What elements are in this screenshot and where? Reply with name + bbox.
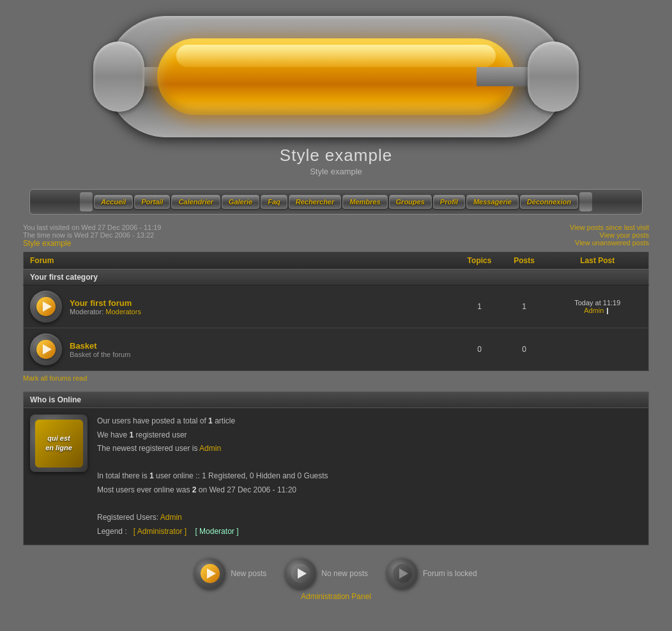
forum-moderator-first: Moderator: Moderators bbox=[70, 308, 141, 316]
registered-user-link[interactable]: Admin bbox=[160, 513, 182, 522]
nav-end-right bbox=[579, 192, 592, 211]
view-posts-since-link[interactable]: View posts since last visit bbox=[570, 224, 649, 231]
site-subtitle: Style example bbox=[310, 167, 362, 176]
nav-accueil[interactable]: Accueil bbox=[94, 195, 133, 209]
forum-name-first: Your first forum bbox=[70, 298, 141, 308]
footer-no-new-posts: No new posts bbox=[286, 558, 368, 589]
admin-panel-link[interactable]: Administration Panel bbox=[301, 592, 371, 601]
forum-cell-first: Your first forum Moderator: Moderators bbox=[24, 285, 457, 328]
nav-faq[interactable]: Faq bbox=[261, 195, 287, 209]
no-new-posts-label: No new posts bbox=[321, 569, 368, 578]
play-icon-first bbox=[43, 301, 52, 312]
moderator-link-first[interactable]: Moderators bbox=[105, 308, 141, 316]
who-online-text: Our users have posted a total of 1 artic… bbox=[97, 414, 328, 538]
new-posts-icon-btn bbox=[195, 558, 225, 589]
col-topics-header: Topics bbox=[457, 252, 502, 270]
who-max-online: Most users ever online was 2 on Wed 27 D… bbox=[97, 483, 328, 498]
col-posts-header: Posts bbox=[502, 252, 547, 270]
forum-name-basket: Basket bbox=[70, 341, 130, 351]
logo-inner bbox=[157, 38, 515, 115]
topics-cell-basket: 0 bbox=[457, 328, 502, 371]
col-lastpost-header: Last Post bbox=[547, 252, 649, 270]
current-time-text: The time now is Wed 27 Dec 2006 - 13:22 bbox=[23, 231, 161, 239]
who-stat-2: We have 1 registered user bbox=[97, 429, 328, 443]
view-unanswered-link[interactable]: View unanswered posts bbox=[575, 239, 649, 247]
no-new-posts-play-icon bbox=[298, 568, 307, 579]
legend-admin: [ Administrator ] bbox=[134, 527, 187, 536]
main-content: You last visited on Wed 27 Dec 2006 - 11… bbox=[23, 221, 649, 614]
who-stat-1: Our users have posted a total of 1 artic… bbox=[97, 414, 328, 429]
style-example-link[interactable]: Style example bbox=[23, 239, 71, 248]
cursor-icon-first bbox=[607, 308, 611, 314]
legend-mod: [ Moderator ] bbox=[195, 527, 238, 536]
logo-side-right bbox=[528, 42, 579, 112]
logo-connector-right bbox=[477, 67, 528, 86]
nav-portail[interactable]: Portail bbox=[134, 195, 170, 209]
who-online-icon: qui esten ligne bbox=[30, 414, 88, 472]
lastpost-user-first[interactable]: Admin bbox=[584, 307, 604, 314]
who-online-body: qui esten ligne Our users have posted a … bbox=[24, 408, 648, 545]
forum-table: Forum Topics Posts Last Post Your first … bbox=[23, 252, 649, 371]
logo-side-left bbox=[93, 42, 144, 112]
info-bar: You last visited on Wed 27 Dec 2006 - 11… bbox=[23, 221, 649, 249]
forum-icon-inner-basket bbox=[36, 340, 56, 359]
posts-cell-first: 1 bbox=[502, 285, 547, 328]
footer-locked: Forum is locked bbox=[387, 558, 477, 589]
footer-new-posts: New posts bbox=[195, 558, 266, 589]
mark-read: Mark all forums read bbox=[23, 371, 649, 385]
new-posts-play-icon bbox=[207, 568, 216, 579]
nav-deconnexion[interactable]: Déconnexion bbox=[520, 195, 578, 209]
nav-end-left bbox=[80, 192, 93, 211]
locked-label: Forum is locked bbox=[423, 569, 477, 578]
view-your-posts-link[interactable]: View your posts bbox=[600, 231, 649, 239]
locked-icon-btn bbox=[387, 558, 418, 589]
who-online-icon-inner: qui esten ligne bbox=[35, 420, 83, 468]
logo-outer bbox=[106, 16, 566, 137]
table-row: Basket Basket of the forum 0 0 bbox=[24, 328, 649, 371]
nav-groupes[interactable]: Groupes bbox=[389, 195, 432, 209]
new-posts-label: New posts bbox=[231, 569, 266, 578]
col-forum-header: Forum bbox=[24, 252, 457, 270]
play-icon-basket bbox=[43, 344, 52, 354]
who-registered: Registered Users: Admin bbox=[97, 511, 328, 525]
footer-icons: New posts No new posts Forum is locked bbox=[23, 545, 649, 592]
newest-user-link[interactable]: Admin bbox=[199, 444, 221, 453]
forum-info-basket: Basket Basket of the forum bbox=[70, 341, 130, 358]
info-left: You last visited on Wed 27 Dec 2006 - 11… bbox=[23, 224, 161, 248]
lastpost-cell-first: Today at 11:19 Admin bbox=[547, 285, 649, 328]
no-new-posts-icon-btn bbox=[286, 558, 316, 589]
new-posts-icon-inner bbox=[201, 564, 220, 583]
forum-cell-basket: Basket Basket of the forum bbox=[24, 328, 457, 371]
nav-messagerie[interactable]: Messagerie bbox=[466, 195, 519, 209]
site-title: Style example bbox=[280, 146, 392, 165]
admin-panel: Administration Panel bbox=[23, 592, 649, 614]
nav-galerie[interactable]: Galerie bbox=[222, 195, 259, 209]
who-online-info: In total there is 1 user online :: 1 Reg… bbox=[97, 469, 328, 483]
forum-icon-inner-first bbox=[36, 297, 56, 316]
info-right: View posts since last visit View your po… bbox=[570, 224, 649, 248]
topics-cell-first: 1 bbox=[457, 285, 502, 328]
forum-icon-basket bbox=[30, 333, 62, 365]
locked-icon-inner bbox=[393, 564, 412, 583]
nav-calendrier[interactable]: Calendrier bbox=[171, 195, 220, 209]
who-legend: Legend : [ Administrator ] [ Moderator ] bbox=[97, 525, 328, 539]
nav-membres[interactable]: Membres bbox=[342, 195, 387, 209]
category-row: Your first category bbox=[24, 270, 649, 285]
forum-icon-first bbox=[30, 291, 62, 323]
no-new-posts-icon-inner bbox=[291, 564, 310, 583]
lastpost-cell-basket bbox=[547, 328, 649, 371]
nav-rechercher[interactable]: Rechercher bbox=[289, 195, 342, 209]
nav-bar: Accueil Portail Calendrier Galerie Faq R… bbox=[29, 189, 643, 215]
category-name: Your first category bbox=[24, 270, 649, 285]
who-stat-3: The newest registered user is Admin bbox=[97, 442, 328, 456]
logo-container bbox=[100, 13, 572, 141]
forum-desc-basket: Basket of the forum bbox=[70, 351, 130, 358]
forum-info-first: Your first forum Moderator: Moderators bbox=[70, 298, 141, 316]
header: Style example Style example bbox=[0, 0, 672, 183]
who-online-header: Who is Online bbox=[24, 392, 648, 408]
mark-read-link[interactable]: Mark all forums read bbox=[23, 374, 87, 382]
posts-cell-basket: 0 bbox=[502, 328, 547, 371]
last-visit-text: You last visited on Wed 27 Dec 2006 - 11… bbox=[23, 224, 161, 231]
nav-profil[interactable]: Profil bbox=[433, 195, 465, 209]
table-row: Your first forum Moderator: Moderators 1… bbox=[24, 285, 649, 328]
